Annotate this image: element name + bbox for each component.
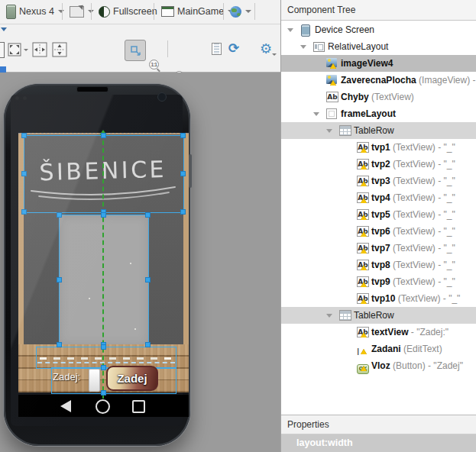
edittext-field[interactable] — [89, 369, 100, 392]
selection-handle[interactable] — [101, 212, 106, 218]
activity-selector-label: MainGame — [177, 6, 224, 17]
center-vertical-button[interactable] — [52, 42, 67, 57]
tree-row-device-screen[interactable]: Device Screen — [281, 21, 476, 38]
selection-handle[interactable] — [57, 342, 62, 347]
device-selector-label: Nexus 4 — [19, 6, 54, 17]
expand-arrow-icon[interactable] — [326, 314, 332, 318]
expand-arrow-icon[interactable] — [326, 129, 332, 133]
canvas-corner-marker — [0, 66, 6, 73]
tree-row-framelayout[interactable]: frameLayout — [281, 105, 476, 122]
underscore-row — [40, 357, 171, 360]
device-selector-button[interactable]: Nexus 4 — [3, 2, 67, 21]
warning-icon — [361, 181, 367, 186]
frame-icon — [326, 108, 337, 118]
tree-row-tvp3[interactable]: Abtvp3 (TextView) - "_" — [281, 173, 476, 189]
zoom-to-fit-button[interactable] — [7, 42, 28, 57]
selection-handle[interactable] — [101, 390, 106, 396]
component-tree-title: Component Tree — [287, 5, 355, 15]
selection-handle[interactable] — [145, 277, 151, 282]
settings-button[interactable]: ⚙ — [260, 42, 277, 56]
theme-fullscreen-button[interactable]: Fullscreen — [96, 2, 160, 21]
selection-handle[interactable] — [57, 212, 62, 218]
tree-row-tvp2[interactable]: Abtvp2 (TextView) - "_" — [281, 156, 476, 173]
earpiece-speaker — [76, 86, 108, 92]
warning-icon — [361, 282, 367, 287]
text-icon: Ab — [357, 176, 368, 186]
tree-row-imageview4[interactable]: imageView4 — [281, 55, 476, 72]
selected-imageview-board[interactable] — [59, 215, 149, 346]
properties-header: Properties — [281, 415, 476, 434]
selection-handle[interactable] — [180, 209, 186, 215]
refresh-button[interactable]: ⟳ — [228, 42, 239, 55]
pan-zoom-toggle-button[interactable] — [125, 40, 146, 61]
lint-document-button[interactable] — [212, 43, 222, 55]
property-label: layout:width — [296, 437, 353, 448]
center-horizontal-button[interactable] — [32, 42, 47, 57]
property-row-layout-width[interactable]: layout:width — [281, 434, 476, 452]
tree-row-tablerow[interactable]: TableRow — [281, 122, 476, 139]
locale-selector-button[interactable] — [227, 2, 254, 21]
selection-handle[interactable] — [101, 344, 106, 350]
selection-handle[interactable] — [21, 209, 27, 215]
tree-row-tablerow[interactable]: TableRow — [281, 307, 476, 324]
text-icon: Ab — [357, 243, 368, 253]
tree-row-textview[interactable]: AbtextView - "Zadej:" — [281, 324, 476, 341]
back-icon — [60, 400, 71, 412]
tree-row-label: tvp2 (TextView) - "_" — [371, 156, 455, 173]
selection-handle[interactable] — [145, 342, 151, 347]
tree-row-label: TableRow — [354, 307, 394, 324]
expand-arrow-icon[interactable] — [313, 112, 319, 116]
selection-handle[interactable] — [101, 133, 106, 138]
android-studio-layout-editor: Nexus 4 Fullscreen MainGame — [0, 0, 476, 452]
game-layout-surface[interactable]: ŠIBENICE Zadej: Z — [18, 133, 189, 392]
tree-row-tvp8[interactable]: Abtvp8 (TextView) - "_" — [281, 257, 476, 273]
power-button — [189, 154, 192, 188]
selection-handle[interactable] — [145, 212, 151, 218]
selection-handle[interactable] — [21, 133, 27, 138]
warning-icon — [361, 198, 367, 203]
image-icon — [326, 75, 337, 85]
tree-row-label: frameLayout — [341, 105, 396, 122]
expand-arrow-icon[interactable] — [287, 28, 293, 32]
letter-underscore — [95, 357, 102, 360]
toolbar-separator — [167, 40, 168, 57]
tree-row-relativelayout[interactable]: RelativeLayout — [281, 38, 476, 55]
selection-handle[interactable] — [21, 171, 27, 176]
tree-row-tvp5[interactable]: Abtvp5 (TextView) - "_" — [281, 206, 476, 223]
nexus4-device-frame: ŠIBENICE Zadej: Z — [4, 84, 190, 446]
tree-row-label: tvp5 (TextView) - "_" — [371, 206, 455, 223]
tree-row-zaverecnaplocha[interactable]: ZaverecnaPlocha (ImageView) - — [281, 72, 476, 89]
zoom-actual-size-button[interactable]: 1:1 — [149, 60, 160, 71]
component-tree-header: Component Tree — [281, 0, 476, 21]
clipped-dropdown-arrow — [1, 27, 7, 31]
zoom-to-fit-icon — [7, 42, 22, 57]
selection-handle[interactable] — [180, 171, 186, 176]
expand-arrow-icon[interactable] — [300, 45, 306, 49]
tablerow-dashed-guide — [37, 362, 175, 363]
selection-handle[interactable] — [180, 133, 186, 138]
tree-row-label: tvp4 (TextView) - "_" — [371, 189, 455, 206]
tree-row-tvp9[interactable]: Abtvp9 (TextView) - "_" — [281, 273, 476, 290]
magnifier-handle — [157, 69, 160, 73]
tree-row-tvp6[interactable]: Abtvp6 (TextView) - "_" — [281, 223, 476, 240]
activity-icon — [161, 6, 174, 17]
tree-row-tvp1[interactable]: Abtvp1 (TextView) - "_" — [281, 139, 476, 156]
warning-icon — [361, 231, 367, 237]
orientation-button[interactable] — [66, 2, 97, 21]
tree-row-tvp7[interactable]: Abtvp7 (TextView) - "_" — [281, 240, 476, 257]
selection-handle[interactable] — [101, 365, 106, 370]
tree-row-label: Device Screen — [315, 21, 374, 38]
tree-row-vloz[interactable]: OKVloz (Button) - "Zadej" — [281, 357, 476, 374]
device-screen[interactable]: ŠIBENICE Zadej: Z — [11, 95, 183, 426]
one-to-one-label: 1:1 — [151, 62, 157, 67]
selection-handle[interactable] — [57, 277, 62, 282]
toolbar-separator — [223, 3, 224, 20]
activity-selector-button[interactable]: MainGame — [158, 2, 237, 21]
properties-title: Properties — [287, 419, 329, 430]
tree-row-tvp10[interactable]: Abtvp10 (TextView) - "_" — [281, 290, 476, 307]
tree-row-tvp4[interactable]: Abtvp4 (TextView) - "_" — [281, 189, 476, 206]
text-icon: Ab — [326, 92, 337, 102]
submit-button[interactable]: Zadej — [106, 366, 158, 391]
tree-row-chyby[interactable]: AbChyby (TextView) — [281, 89, 476, 105]
tree-row-zadani[interactable]: IZadani (EditText) — [281, 341, 476, 357]
